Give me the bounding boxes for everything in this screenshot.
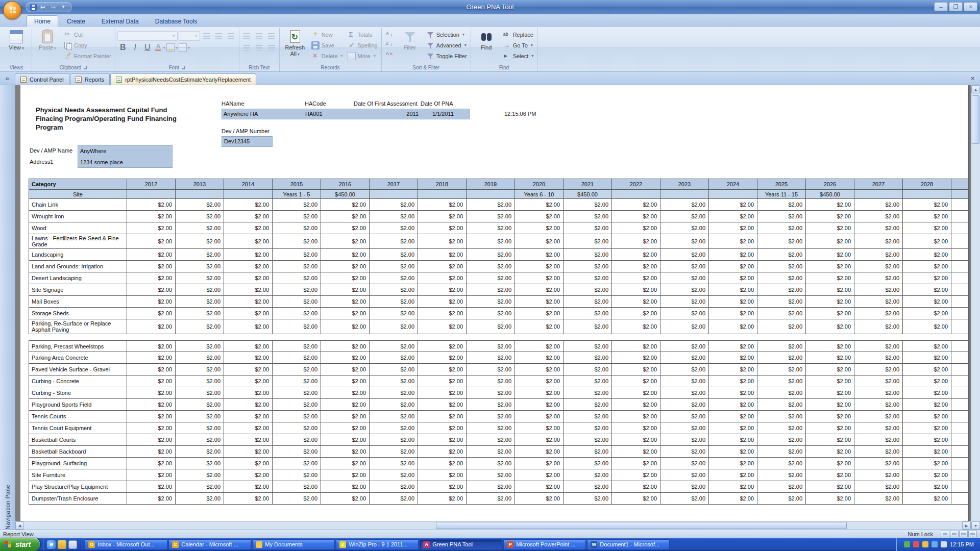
horizontal-scroll-thumb[interactable]	[436, 522, 847, 529]
underline-button[interactable]: U	[142, 42, 153, 53]
value-cell: $2.00	[660, 284, 709, 296]
value-cell: $2.00	[612, 375, 660, 387]
tab-create[interactable]: Create	[59, 15, 93, 27]
clipboard-dialog-launcher[interactable]	[84, 66, 87, 69]
indent-decrease-button[interactable]	[241, 31, 253, 41]
tab-home[interactable]: Home	[27, 15, 58, 27]
direction-button[interactable]	[266, 31, 277, 41]
format-painter-button[interactable]: Format Painter	[62, 51, 113, 61]
advanced-button[interactable]: Advanced▾	[425, 40, 469, 51]
totals-button[interactable]: Totals	[346, 29, 379, 40]
vertical-scroll-thumb[interactable]	[972, 95, 979, 144]
office-button[interactable]	[3, 1, 21, 19]
more-button[interactable]: More▾	[346, 51, 379, 61]
scroll-left-icon[interactable]: ◀	[15, 521, 24, 530]
new-record-button[interactable]: New	[310, 29, 345, 40]
start-button[interactable]: start	[0, 538, 40, 551]
value-cell: $2.00	[273, 481, 321, 493]
scroll-right-icon[interactable]: ▶	[962, 521, 971, 530]
close-document-icon[interactable]: ×	[968, 74, 977, 83]
minimize-button[interactable]: –	[934, 2, 948, 11]
horizontal-scrollbar[interactable]: ◀ ▶	[15, 521, 971, 530]
navigation-pane-strip[interactable]: Navigation Pane	[0, 85, 15, 530]
show-desktop-icon[interactable]	[68, 540, 77, 549]
font-color-button[interactable]: ▾	[154, 42, 165, 53]
value-cell: $2.00	[467, 199, 515, 211]
report-view-button[interactable]	[941, 531, 949, 537]
views-group-label: Views	[3, 64, 30, 71]
sort-ascending-button[interactable]	[384, 29, 395, 39]
align-right-button[interactable]	[226, 31, 237, 41]
sort-descending-button[interactable]	[384, 39, 395, 49]
close-button[interactable]: ×	[964, 2, 977, 11]
cut-button[interactable]: Cut	[62, 29, 113, 40]
print-preview-button[interactable]	[950, 531, 959, 537]
tray-icon-4[interactable]	[932, 541, 938, 547]
value-cell: $2.00	[515, 387, 564, 399]
go-to-button[interactable]: Go To▾	[501, 40, 535, 51]
bullets-button[interactable]	[241, 42, 253, 53]
indent-increase-button[interactable]	[254, 31, 265, 41]
bold-button[interactable]: B	[117, 42, 129, 53]
taskbar-button[interactable]: ZWinZip Pro - 9 1 2011...	[336, 539, 419, 550]
tab-rpt-physical-needs[interactable]: rptPhysicalNeedsCostEstimateYearlyReplac…	[110, 73, 256, 85]
layout-view-button[interactable]	[959, 531, 968, 537]
tab-database-tools[interactable]: Database Tools	[148, 15, 205, 27]
tab-reports[interactable]: Reports	[70, 73, 110, 85]
value-cell: $2.00	[370, 375, 418, 387]
toggle-filter-button[interactable]: Toggle Filter	[425, 51, 469, 61]
tab-control-panel[interactable]: Control Panel	[15, 73, 69, 85]
font-size-select[interactable]	[179, 31, 200, 41]
taskbar-button[interactable]: OInbox - Microsoft Out...	[85, 539, 167, 550]
outlook-icon[interactable]	[58, 540, 66, 549]
spelling-button[interactable]: Spelling	[346, 40, 379, 51]
tray-icon-3[interactable]	[922, 541, 928, 547]
value-cell: $2.00	[903, 446, 951, 458]
text-highlight-button[interactable]	[266, 42, 277, 53]
select-button[interactable]: Select▾	[501, 51, 535, 61]
save-record-button[interactable]: Save	[310, 40, 345, 51]
clear-sort-button[interactable]	[384, 49, 395, 60]
view-button[interactable]: View▾	[3, 29, 30, 53]
taskbar-button[interactable]: WDocument1 - Microsof...	[587, 539, 670, 550]
internet-explorer-icon[interactable]: e	[47, 540, 56, 549]
value-cell: $2.00	[224, 234, 273, 249]
delete-record-button[interactable]: Delete▾	[310, 51, 345, 61]
navigation-pane-toggle-icon[interactable]: »	[1, 73, 13, 84]
taskbar-button[interactable]: My Documents	[252, 539, 335, 550]
taskbar-button[interactable]: CCalendar - Microsoft ...	[168, 539, 251, 550]
align-left-button[interactable]	[201, 31, 212, 41]
italic-button[interactable]: I	[130, 42, 141, 53]
filter-button[interactable]: Filter	[397, 29, 423, 52]
scroll-down-icon[interactable]: ▼	[971, 521, 980, 530]
value-cell: $2.00	[951, 364, 968, 375]
fill-color-button[interactable]: ▾	[166, 42, 178, 53]
numbering-button[interactable]	[254, 42, 265, 53]
value-cell: $2.00	[806, 411, 854, 422]
ha-name-value: Anywhere HA	[224, 109, 258, 119]
replace-button[interactable]: Replace	[501, 29, 535, 40]
taskbar-clock[interactable]: 12:15 PM	[950, 541, 974, 547]
tab-external-data[interactable]: External Data	[94, 15, 146, 27]
selection-button[interactable]: Selection▾	[425, 29, 469, 40]
vertical-scrollbar[interactable]: ▲ ▼	[971, 85, 980, 530]
tray-icon-2[interactable]	[913, 541, 919, 547]
refresh-all-button[interactable]: Refresh All▾	[282, 29, 308, 59]
ribbon-group-find: Find Replace Go To▾ Select▾	[471, 28, 538, 71]
taskbar-button[interactable]: AGreen PNA Tool	[420, 539, 502, 550]
taskbar-button[interactable]: PMicrosoft PowerPoint ...	[503, 539, 586, 550]
tray-icon-5[interactable]	[941, 541, 947, 547]
copy-button[interactable]: Copy	[62, 40, 113, 51]
value-cell: $2.00	[418, 234, 467, 249]
scroll-up-icon[interactable]: ▲	[971, 85, 980, 93]
tray-icon-1[interactable]	[904, 541, 910, 547]
align-center-button[interactable]	[213, 31, 225, 41]
font-name-select[interactable]	[117, 31, 178, 41]
paste-button[interactable]: Paste▾	[34, 29, 61, 53]
value-cell: $2.00	[176, 481, 224, 493]
gridlines-button[interactable]: ▾	[179, 42, 190, 53]
restore-button[interactable]: ❐	[949, 2, 963, 11]
find-button[interactable]: Find	[473, 29, 500, 52]
design-view-button[interactable]	[968, 531, 977, 537]
font-dialog-launcher[interactable]	[182, 66, 185, 69]
